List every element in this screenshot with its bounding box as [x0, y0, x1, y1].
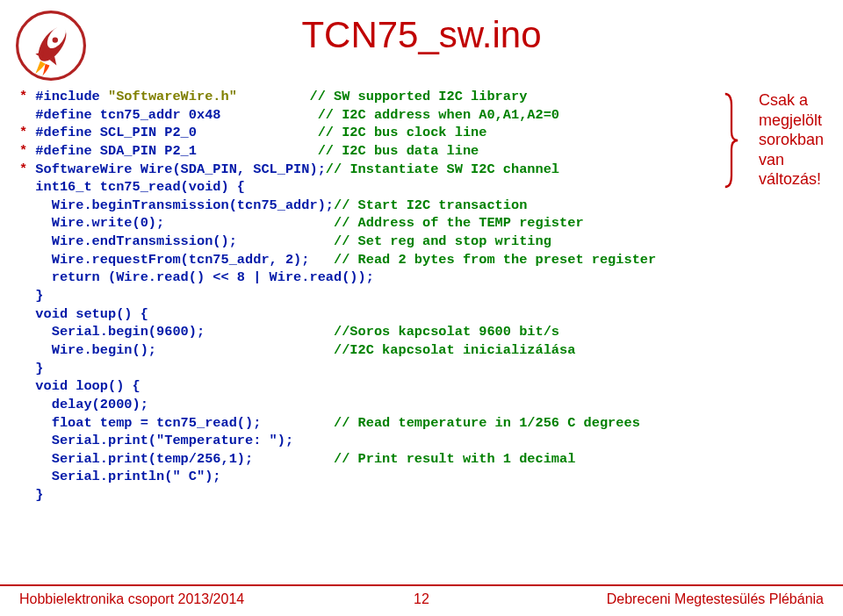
- star-marker: *: [19, 143, 27, 159]
- code-listing: * #include "SoftwareWire.h" // SW suppor…: [19, 88, 827, 505]
- star-marker: *: [19, 89, 27, 104]
- slide-page: TCN75_sw.ino Csak a megjelölt sorokban v…: [0, 0, 843, 616]
- footer-left: Hobbielektronika csoport 2013/2014: [19, 591, 244, 607]
- footer: Hobbielektronika csoport 2013/2014 12 De…: [0, 584, 843, 609]
- footer-right: Debreceni Megtestesülés Plébánia: [607, 591, 824, 607]
- star-marker: *: [19, 125, 27, 140]
- page-title: TCN75_sw.ino: [0, 14, 843, 56]
- page-number: 12: [414, 591, 429, 607]
- star-marker: *: [19, 161, 27, 177]
